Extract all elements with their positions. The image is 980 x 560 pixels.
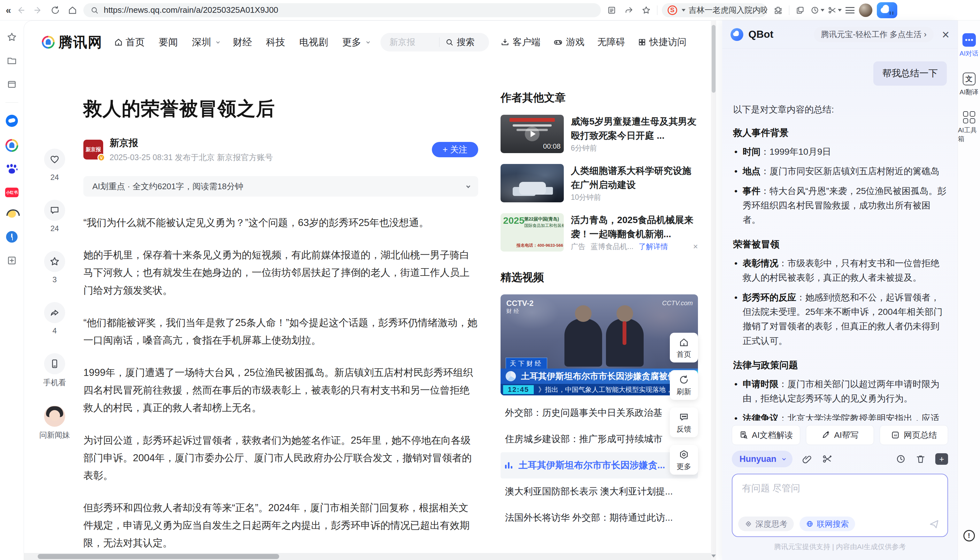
tencent-news-app-icon[interactable] <box>5 139 18 152</box>
vertical-scrollbar[interactable] <box>711 20 716 560</box>
rail-ai-toolbox[interactable]: AI工具箱 <box>958 111 980 143</box>
attachment-icon[interactable] <box>802 454 812 464</box>
clock-app-icon[interactable] <box>6 231 18 243</box>
author-article-item[interactable]: 人类细胞谱系大科学研究设施在广州启动建设 10分钟前 <box>500 164 698 202</box>
nav-tech[interactable]: 科技 <box>266 36 285 49</box>
add-app-icon[interactable] <box>6 255 18 266</box>
qq-app-icon[interactable] <box>6 115 18 127</box>
folder-icon[interactable] <box>6 55 18 67</box>
web-search-toggle[interactable]: 联网搜索 <box>799 517 855 531</box>
history-icon[interactable] <box>811 4 824 17</box>
workspace-icon[interactable] <box>6 78 18 90</box>
bookmark-star-icon[interactable] <box>640 4 653 17</box>
screenshot-scissors-icon[interactable] <box>828 4 841 17</box>
scrollbar-thumb[interactable] <box>38 554 279 559</box>
qbot-header: QBot 腾讯元宝-轻松工作 多点生活 › × <box>722 20 958 48</box>
game-link[interactable]: 游戏 <box>553 36 585 48</box>
nav-finance[interactable]: 财经 <box>233 36 252 49</box>
ai-write-button[interactable]: AI帮写 <box>806 425 874 445</box>
ai-doc-read-button[interactable]: AI文档解读 <box>732 425 800 445</box>
client-link[interactable]: 客户端 <box>500 36 540 48</box>
playlist-item[interactable]: 法国外长将访华 外交部：期待通过此访... <box>500 505 698 531</box>
delete-icon[interactable] <box>915 454 926 464</box>
author-name[interactable]: 新京报 <box>110 137 273 150</box>
tabs-copy-icon[interactable] <box>794 4 807 17</box>
nav-home[interactable]: 首页 <box>114 36 145 49</box>
share-button[interactable] <box>44 302 65 323</box>
float-refresh-button[interactable]: 刷新 <box>670 370 698 400</box>
nav-news[interactable]: 要闻 <box>159 36 178 49</box>
rail-ai-chat[interactable]: AI对话 <box>960 33 978 58</box>
float-home-button[interactable]: 首页 <box>670 333 698 362</box>
ad-title[interactable]: 活力青岛，2025食品机械展来袭！一起嗨翻食机新潮... <box>571 213 698 241</box>
hot-search-pill[interactable]: S 吉林一老虎闯入院内咬 <box>662 3 767 17</box>
qbot-footer: AI文档解读 AI帮写 AI 网页总结 Hunyuan <box>722 421 958 560</box>
article-item-title[interactable]: 人类细胞谱系大科学研究设施在广州启动建设 <box>571 164 698 192</box>
deep-think-toggle[interactable]: 深度思考 <box>738 517 794 531</box>
ad-item[interactable]: 2025 第22届中国(青岛) 国际食品加工和包装机械展览会 报名电话：400-… <box>500 213 698 252</box>
float-feedback-button[interactable]: 反馈 <box>670 408 698 437</box>
playlist-item-playing[interactable]: 土耳其伊斯坦布尔市市长因涉嫌贪... <box>500 452 698 478</box>
history-icon[interactable] <box>896 454 906 464</box>
address-bar[interactable] <box>83 3 601 17</box>
article-item-title[interactable]: 威海5岁男童疑遭生母及其男友殴打致死案今日开庭 ... <box>571 115 698 143</box>
site-search-input[interactable] <box>389 37 434 48</box>
collapse-sidebar-icon[interactable]: « <box>6 5 10 16</box>
reader-mode-icon[interactable] <box>605 4 618 17</box>
scrollbar-thumb[interactable] <box>712 25 716 93</box>
ai-digest-bar[interactable]: AI划重点 · 全文约6201字，阅读需18分钟 <box>83 176 478 197</box>
screenshot-icon[interactable] <box>822 454 832 464</box>
xiaohongshu-app-icon[interactable]: 小红书 <box>5 188 18 197</box>
back-icon[interactable] <box>14 4 27 17</box>
service-app-icon[interactable] <box>6 209 18 219</box>
quick-access-link[interactable]: 快捷访问 <box>638 36 686 48</box>
follow-button[interactable]: + 关注 <box>432 142 478 157</box>
send-icon[interactable] <box>928 518 940 530</box>
browser-ai-button[interactable] <box>877 2 897 18</box>
ad-thumbnail[interactable]: 2025 第22届中国(青岛) 国际食品加工和包装机械展览会 报名电话：400-… <box>500 213 564 252</box>
chevron-down-icon <box>466 184 470 188</box>
video-thumbnail[interactable]: 00:08 <box>500 115 564 153</box>
like-button[interactable] <box>44 148 65 170</box>
warning-icon[interactable]: ! <box>963 530 975 542</box>
news-assistant-avatar[interactable] <box>44 406 65 427</box>
extensions-icon[interactable] <box>772 4 784 17</box>
float-more-button[interactable]: 更多 <box>670 445 698 475</box>
author-logo[interactable]: 新京报V <box>83 140 103 160</box>
playlist-item[interactable]: 住房城乡建设部：推广形成可持续城市 <box>500 426 698 452</box>
favorites-icon[interactable] <box>6 31 18 43</box>
site-search-button[interactable]: 搜索 <box>445 36 475 48</box>
yuanbao-promo-button[interactable]: 腾讯元宝-轻松工作 多点生活 › <box>814 27 933 42</box>
model-selector[interactable]: Hunyuan <box>732 451 792 467</box>
favorite-button[interactable] <box>44 251 65 272</box>
nav-shenzhen[interactable]: 深圳 <box>192 36 219 49</box>
menu-icon[interactable] <box>845 7 854 13</box>
article-thumbnail[interactable] <box>500 164 564 202</box>
accessibility-link[interactable]: 无障碍 <box>597 36 625 48</box>
comment-button[interactable] <box>44 200 65 221</box>
video-player[interactable]: CCTV-2 财经 CCTV.com 天下财经 土耳其伊斯坦布尔市市长因涉嫌贪腐… <box>500 294 698 395</box>
baidu-app-icon[interactable] <box>6 164 18 175</box>
mobile-view-button[interactable] <box>44 353 65 374</box>
url-input[interactable] <box>103 5 594 15</box>
author-article-item[interactable]: 00:08 威海5岁男童疑遭生母及其男友殴打致死案今日开庭 ... 6分钟前 <box>500 115 698 153</box>
reload-icon[interactable] <box>49 4 61 17</box>
close-icon[interactable]: × <box>942 28 949 41</box>
nav-more[interactable]: 更多 <box>342 36 369 49</box>
home-icon[interactable] <box>66 4 79 17</box>
new-chat-icon[interactable] <box>935 453 948 465</box>
forward-icon[interactable] <box>32 4 45 17</box>
scroll-down-arrow[interactable] <box>711 555 716 557</box>
rail-ai-translate[interactable]: 文 AI翻译 <box>960 73 978 97</box>
horizontal-scrollbar[interactable] <box>24 553 711 560</box>
ad-close-icon[interactable]: × <box>693 242 698 252</box>
playlist-item[interactable]: 澳大利亚国防部长表示 澳大利亚计划提... <box>500 478 698 505</box>
user-avatar[interactable] <box>859 3 872 17</box>
nav-tv[interactable]: 电视剧 <box>299 36 328 49</box>
webpage-summary-button[interactable]: AI 网页总结 <box>880 425 948 445</box>
site-brand[interactable]: 腾讯网 <box>42 33 103 52</box>
send-page-icon[interactable] <box>623 4 635 17</box>
favorite-group: 3 <box>44 251 65 284</box>
ad-cta-link[interactable]: 了解详情 <box>638 242 668 252</box>
playlist-item[interactable]: 外交部：历史问题事关中日关系政治基 <box>500 400 698 426</box>
